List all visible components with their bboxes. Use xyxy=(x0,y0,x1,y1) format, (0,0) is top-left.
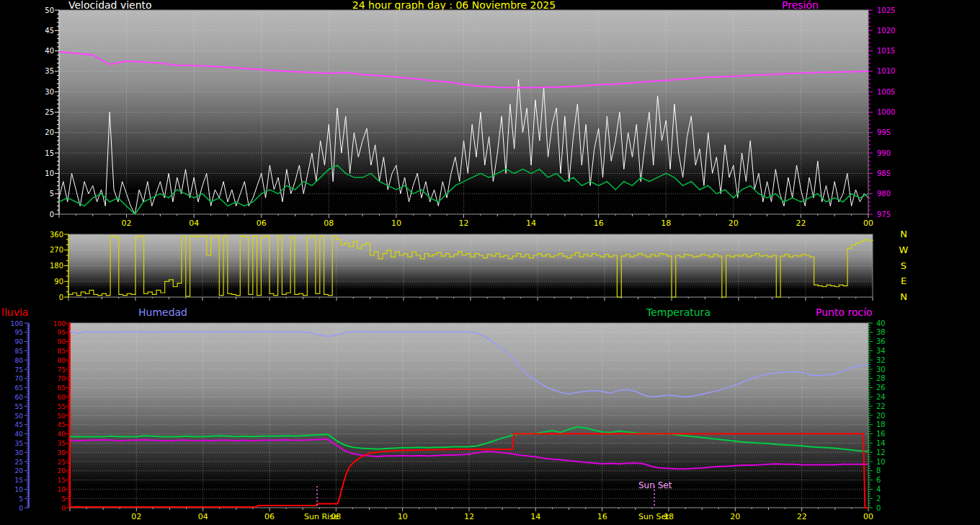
svg-text:50: 50 xyxy=(45,6,54,14)
svg-text:08: 08 xyxy=(324,219,334,228)
svg-text:6: 6 xyxy=(876,476,881,484)
svg-text:40: 40 xyxy=(58,431,66,438)
svg-text:5: 5 xyxy=(19,495,23,503)
chart-wind-direction: 090180270360 xyxy=(50,231,873,301)
svg-text:02: 02 xyxy=(131,512,141,521)
svg-text:20: 20 xyxy=(876,412,886,420)
svg-text:45: 45 xyxy=(45,27,54,35)
svg-text:0: 0 xyxy=(61,505,66,512)
svg-text:975: 975 xyxy=(877,211,891,219)
svg-text:18: 18 xyxy=(664,512,674,521)
svg-text:35: 35 xyxy=(15,440,23,447)
svg-text:360: 360 xyxy=(50,231,63,239)
svg-text:180: 180 xyxy=(50,262,63,270)
svg-text:75: 75 xyxy=(58,366,66,374)
series-pressure xyxy=(59,52,868,88)
svg-text:4: 4 xyxy=(876,485,881,493)
svg-text:20: 20 xyxy=(58,467,66,475)
svg-text:0: 0 xyxy=(876,504,881,512)
svg-text:100: 100 xyxy=(53,320,66,327)
svg-text:1025: 1025 xyxy=(877,6,895,14)
svg-text:22: 22 xyxy=(796,219,806,228)
svg-text:60: 60 xyxy=(58,394,66,401)
series-humidity xyxy=(70,332,868,397)
chart-rain-hum-temp-dew: 0510152025303540455055606570758085909510… xyxy=(11,319,886,522)
svg-text:06: 06 xyxy=(257,219,267,228)
svg-text:16: 16 xyxy=(597,512,607,521)
svg-text:40: 40 xyxy=(45,47,54,55)
svg-text:15: 15 xyxy=(15,477,23,484)
svg-text:85: 85 xyxy=(58,348,66,355)
svg-text:95: 95 xyxy=(15,329,23,336)
svg-text:1010: 1010 xyxy=(877,67,895,75)
svg-text:30: 30 xyxy=(58,449,66,456)
svg-text:50: 50 xyxy=(58,412,66,420)
svg-text:90: 90 xyxy=(58,338,66,345)
svg-text:55: 55 xyxy=(58,403,66,410)
svg-text:35: 35 xyxy=(58,440,66,447)
svg-text:10: 10 xyxy=(391,219,401,228)
compass-letter: W xyxy=(899,244,909,255)
svg-text:0: 0 xyxy=(50,211,54,219)
svg-text:26: 26 xyxy=(876,384,886,392)
svg-text:04: 04 xyxy=(189,219,199,228)
svg-text:0: 0 xyxy=(59,294,63,301)
svg-text:16: 16 xyxy=(594,219,604,228)
svg-text:34: 34 xyxy=(876,347,886,355)
svg-text:15: 15 xyxy=(45,149,54,157)
svg-text:08: 08 xyxy=(331,512,341,521)
svg-text:30: 30 xyxy=(876,366,886,374)
svg-text:20: 20 xyxy=(45,128,54,136)
compass-letter: E xyxy=(901,275,906,286)
svg-text:985: 985 xyxy=(877,169,891,177)
svg-text:15: 15 xyxy=(58,477,66,484)
svg-text:20: 20 xyxy=(730,512,740,521)
svg-text:50: 50 xyxy=(15,412,24,420)
svg-text:80: 80 xyxy=(15,357,24,364)
svg-text:45: 45 xyxy=(15,421,23,428)
svg-text:995: 995 xyxy=(877,128,891,136)
svg-text:36: 36 xyxy=(876,338,886,345)
svg-text:06: 06 xyxy=(264,512,275,521)
svg-text:70: 70 xyxy=(58,375,66,382)
svg-text:00: 00 xyxy=(863,512,873,521)
svg-text:24: 24 xyxy=(876,393,886,401)
svg-text:32: 32 xyxy=(876,356,886,364)
svg-text:60: 60 xyxy=(15,394,24,401)
svg-text:270: 270 xyxy=(50,246,63,254)
svg-text:14: 14 xyxy=(530,512,540,521)
svg-text:980: 980 xyxy=(877,190,891,198)
svg-text:90: 90 xyxy=(15,338,24,345)
svg-text:1000: 1000 xyxy=(877,108,895,116)
svg-text:8: 8 xyxy=(876,467,881,475)
charts-canvas: 0510152025303540455097598098599099510001… xyxy=(0,0,980,525)
compass-letter: S xyxy=(901,260,906,271)
svg-text:10: 10 xyxy=(45,169,54,177)
svg-text:2: 2 xyxy=(876,495,881,503)
svg-text:75: 75 xyxy=(15,366,23,374)
svg-text:18: 18 xyxy=(876,420,886,428)
svg-text:14: 14 xyxy=(876,439,886,447)
svg-text:40: 40 xyxy=(876,319,886,327)
svg-text:12: 12 xyxy=(876,449,886,456)
svg-text:100: 100 xyxy=(11,320,23,327)
svg-text:20: 20 xyxy=(15,467,24,475)
svg-text:12: 12 xyxy=(464,512,474,521)
svg-text:28: 28 xyxy=(876,374,886,382)
svg-text:85: 85 xyxy=(15,348,23,355)
svg-text:14: 14 xyxy=(526,219,536,228)
svg-text:10: 10 xyxy=(15,486,24,493)
svg-text:5: 5 xyxy=(50,190,54,198)
svg-text:10: 10 xyxy=(876,458,886,466)
svg-text:04: 04 xyxy=(198,512,208,521)
svg-text:1015: 1015 xyxy=(877,47,895,55)
svg-text:65: 65 xyxy=(58,384,66,392)
svg-text:990: 990 xyxy=(877,149,891,157)
svg-text:25: 25 xyxy=(15,459,23,466)
svg-text:00: 00 xyxy=(863,219,873,228)
svg-text:45: 45 xyxy=(58,421,66,428)
svg-text:95: 95 xyxy=(58,329,66,336)
svg-text:20: 20 xyxy=(729,219,739,228)
svg-text:5: 5 xyxy=(61,495,66,503)
svg-text:10: 10 xyxy=(398,512,408,521)
